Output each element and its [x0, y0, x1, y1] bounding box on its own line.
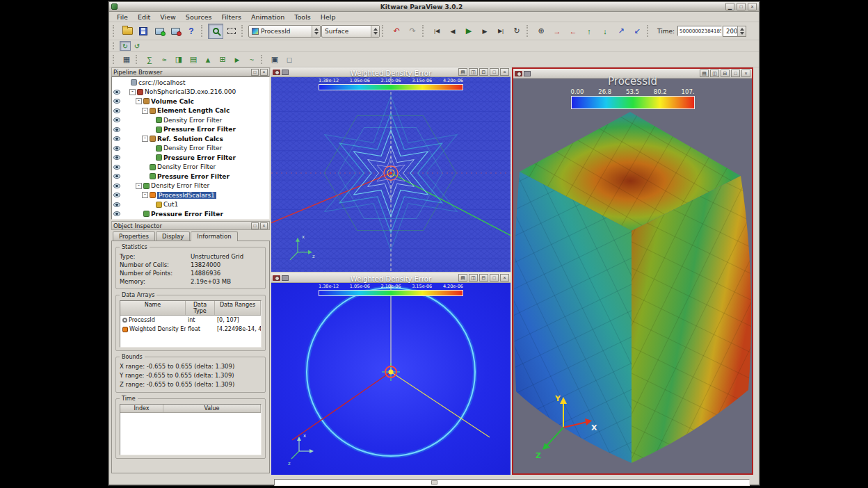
first-frame-button[interactable]: |◀: [429, 24, 444, 39]
help-button[interactable]: ?: [184, 24, 199, 39]
visibility-eye-icon[interactable]: [113, 146, 120, 151]
visibility-eye-icon[interactable]: [113, 90, 120, 95]
visibility-eye-icon[interactable]: [113, 165, 120, 170]
visibility-eye-icon[interactable]: [113, 155, 120, 160]
toolbar-grip[interactable]: [261, 55, 264, 64]
menu-help[interactable]: Help: [316, 13, 341, 22]
maximize-view-button[interactable]: □: [731, 70, 740, 77]
threshold-filter-button[interactable]: ▲: [201, 53, 215, 66]
visibility-eye-icon[interactable]: [113, 136, 120, 141]
visibility-eye-icon[interactable]: [113, 202, 120, 207]
toolbar-grip[interactable]: [422, 25, 426, 36]
time-value-field[interactable]: 500000023841858: [677, 26, 722, 36]
view-minus-x-button[interactable]: ←: [565, 24, 581, 39]
visibility-eye-icon[interactable]: [113, 108, 120, 113]
clip-filter-button[interactable]: ◨: [172, 53, 186, 66]
accept-button[interactable]: ↺: [131, 41, 143, 51]
toolbar-grip[interactable]: [527, 25, 530, 36]
convert-view-button[interactable]: ▤: [458, 274, 467, 282]
lookmark-icon[interactable]: [524, 71, 531, 76]
render-canvas[interactable]: x z: [271, 283, 511, 475]
loop-button[interactable]: ↻: [509, 24, 524, 39]
menu-sources[interactable]: Sources: [181, 13, 217, 22]
expander-icon[interactable]: -: [129, 89, 136, 95]
visibility-eye-icon[interactable]: [113, 211, 120, 216]
visibility-eye-icon[interactable]: [113, 99, 120, 104]
split-vertical-button[interactable]: ⊟: [479, 68, 488, 76]
spinbox-arrows-icon[interactable]: [737, 26, 746, 36]
camera-icon[interactable]: [273, 275, 280, 281]
slice-filter-button[interactable]: ▤: [186, 53, 200, 66]
menu-filters[interactable]: Filters: [216, 13, 246, 22]
toolbar-grip[interactable]: [113, 42, 116, 49]
split-horizontal-button[interactable]: ◫: [469, 68, 478, 76]
progress-bar[interactable]: [274, 479, 750, 486]
tab-properties[interactable]: Properties: [113, 231, 155, 241]
close-view-button[interactable]: ×: [741, 70, 750, 77]
object-inspector-header[interactable]: Object Inspector □ ×: [111, 221, 270, 230]
combo-spinner-icon[interactable]: [371, 26, 379, 37]
ungroup-datasets-button[interactable]: □: [282, 53, 296, 66]
connect-server-button[interactable]: [152, 24, 167, 39]
disconnect-server-button[interactable]: [168, 24, 183, 39]
rubber-band-select-button[interactable]: [224, 24, 239, 39]
tab-display[interactable]: Display: [156, 231, 190, 241]
pipeline-item[interactable]: Density Error Filter: [112, 115, 269, 125]
save-data-button[interactable]: [136, 24, 151, 39]
expander-icon[interactable]: -: [142, 136, 148, 142]
group-datasets-button[interactable]: ▣: [268, 53, 282, 66]
close-button[interactable]: ×: [748, 3, 757, 10]
visibility-eye-icon[interactable]: [113, 184, 120, 188]
contour-filter-button[interactable]: ≈: [157, 53, 171, 66]
lookmark-icon[interactable]: [282, 70, 289, 75]
time-table[interactable]: Index Value: [120, 404, 262, 455]
maximize-view-button[interactable]: □: [490, 68, 499, 76]
titlebar[interactable]: Kitware ParaView 3.0.2 ▁ □ ×: [109, 2, 759, 12]
reset-camera-button[interactable]: ⊕: [533, 24, 549, 39]
lookmark-icon[interactable]: [282, 275, 289, 281]
redo-button[interactable]: ↷: [405, 24, 420, 39]
open-data-button[interactable]: [120, 24, 135, 39]
view-minus-z-button[interactable]: ↙: [629, 24, 645, 39]
extract-subset-filter-button[interactable]: ⊞: [216, 53, 230, 66]
last-frame-button[interactable]: ▶|: [493, 24, 508, 39]
toolbar-grip[interactable]: [113, 55, 116, 64]
dock-float-button[interactable]: □: [251, 222, 259, 229]
spreadsheet-view-button[interactable]: ▦: [120, 53, 134, 66]
pipeline-item[interactable]: Pressure Error Filter: [112, 172, 269, 181]
tab-information[interactable]: Information: [191, 231, 237, 241]
calculator-filter-button[interactable]: ∑: [143, 53, 156, 66]
expander-icon[interactable]: -: [136, 98, 142, 104]
zoom-to-box-button[interactable]: [208, 24, 223, 39]
pipeline-item[interactable]: Pressure Error Filter: [112, 209, 269, 219]
pipeline-item[interactable]: -NohSpherical3D.exo.216.000: [112, 88, 269, 97]
pipeline-browser-header[interactable]: Pipeline Browser □ ×: [111, 67, 270, 76]
dock-float-button[interactable]: □: [251, 69, 259, 76]
convert-view-button[interactable]: ▤: [458, 68, 467, 76]
pipeline-item[interactable]: csrc://localhost: [112, 78, 269, 88]
camera-icon[interactable]: [515, 71, 522, 76]
close-view-button[interactable]: ×: [500, 274, 509, 282]
split-horizontal-button[interactable]: ◫: [469, 274, 478, 282]
representation-combo[interactable]: Surface: [321, 25, 380, 38]
split-vertical-button[interactable]: ⊟: [479, 274, 488, 282]
previous-frame-button[interactable]: ◀: [445, 24, 460, 39]
stream-tracer-filter-button[interactable]: ~: [245, 53, 259, 66]
undo-button[interactable]: ↶: [389, 24, 404, 39]
pipeline-item-selected[interactable]: -ProcessIdScalars1: [112, 190, 269, 200]
toolbar-grip[interactable]: [241, 25, 245, 36]
data-arrays-table[interactable]: Name Data Type Data Ranges ProcessId int…: [120, 300, 262, 348]
progress-handle[interactable]: [431, 480, 437, 485]
next-frame-button[interactable]: ▶: [477, 24, 492, 39]
toolbar-grip[interactable]: [136, 55, 139, 64]
menu-file[interactable]: File: [112, 13, 133, 22]
table-row[interactable]: Weighted Density Error float [4.22498e-1…: [120, 325, 261, 334]
pipeline-item[interactable]: -Density Error Filter: [112, 181, 269, 191]
pipeline-item[interactable]: Cut1: [112, 200, 269, 210]
expander-icon[interactable]: -: [136, 183, 142, 189]
dock-close-button[interactable]: ×: [260, 69, 268, 76]
toolbar-grip[interactable]: [382, 25, 385, 36]
glyph-filter-button[interactable]: ►: [230, 53, 244, 66]
view-plus-z-button[interactable]: ↗: [613, 24, 629, 39]
view-plus-x-button[interactable]: →: [549, 24, 565, 39]
